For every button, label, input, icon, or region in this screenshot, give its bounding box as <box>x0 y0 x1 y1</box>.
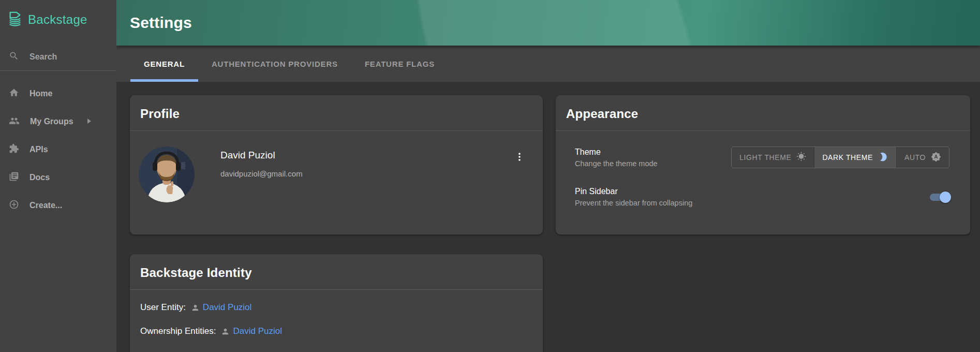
sidebar-search[interactable]: Search <box>0 49 116 65</box>
sidebar-item-apis[interactable]: APIs <box>0 136 116 164</box>
tab-general[interactable]: GENERAL <box>130 46 198 82</box>
user-entity-label: User Entity: <box>140 302 186 313</box>
sidebar-nav: Home My Groups APIs Docs <box>0 80 116 219</box>
theme-setting-row: Theme Change the theme mode LIGHT THEME … <box>575 146 949 168</box>
sidebar-divider <box>0 70 116 71</box>
identity-card-title: Backstage Identity <box>140 266 252 280</box>
dark-theme-button[interactable]: DARK THEME <box>814 147 896 168</box>
theme-description: Change the theme mode <box>575 159 658 168</box>
theme-label: Theme <box>575 148 658 157</box>
user-entity-link[interactable]: David Puziol <box>191 302 252 313</box>
chevron-right-icon <box>86 117 92 126</box>
settings-tabbar: GENERAL AUTHENTICATION PROVIDERS FEATURE… <box>116 46 980 82</box>
theme-toggle-group: LIGHT THEME DARK THEME AUT <box>731 146 949 168</box>
pin-sidebar-description: Prevent the sidebar from collapsing <box>575 199 692 207</box>
logo-wordmark: Backstage <box>28 12 87 27</box>
sidebar-item-home[interactable]: Home <box>0 80 116 108</box>
profile-card-header: Profile <box>130 95 543 131</box>
profile-more-button[interactable] <box>508 146 531 169</box>
appearance-card: Appearance Theme Change the theme mode L… <box>556 95 970 234</box>
ownership-entity-link[interactable]: David Puziol <box>221 326 282 336</box>
light-theme-button[interactable]: LIGHT THEME <box>732 147 814 168</box>
auto-theme-button[interactable]: AUTO <box>896 147 949 168</box>
sidebar-item-create[interactable]: Create... <box>0 192 116 219</box>
auto-theme-icon <box>931 152 941 164</box>
moon-icon <box>878 152 888 164</box>
theme-setting-text: Theme Change the theme mode <box>575 148 658 168</box>
toggle-thumb <box>940 192 951 203</box>
sidebar-item-my-groups[interactable]: My Groups <box>0 108 116 136</box>
home-icon <box>9 87 19 100</box>
profile-name: David Puziol <box>220 150 303 161</box>
sidebar: Backstage Search Home My Groups <box>0 0 116 352</box>
extension-icon <box>9 143 19 156</box>
search-icon <box>9 51 19 63</box>
backstage-logo[interactable]: Backstage <box>7 10 87 29</box>
tab-feature-flags[interactable]: FEATURE FLAGS <box>351 46 448 82</box>
ownership-entities-row: Ownership Entities: David Puziol <box>140 326 532 336</box>
person-icon <box>191 303 200 312</box>
sidebar-item-docs[interactable]: Docs <box>0 164 116 192</box>
identity-card-body: User Entity: David Puziol Ownership Enti… <box>130 290 543 336</box>
docs-icon <box>9 171 19 184</box>
more-vert-icon <box>514 151 525 164</box>
profile-card: Profile <box>130 95 543 234</box>
ownership-entities-label: Ownership Entities: <box>140 326 216 336</box>
add-circle-icon <box>9 199 19 212</box>
profile-info: David Puziol davidpuziol@gmail.com <box>220 146 303 178</box>
person-icon <box>221 327 230 336</box>
page-header: Settings <box>116 0 980 46</box>
pin-sidebar-label: Pin Sidebar <box>575 187 692 196</box>
main-area: Settings GENERAL AUTHENTICATION PROVIDER… <box>116 0 980 352</box>
backstage-logo-icon <box>7 10 23 29</box>
appearance-card-body: Theme Change the theme mode LIGHT THEME … <box>556 131 970 207</box>
pin-sidebar-toggle[interactable] <box>930 193 949 201</box>
page-title: Settings <box>130 14 192 32</box>
appearance-card-title: Appearance <box>566 107 638 121</box>
user-entity-row: User Entity: David Puziol <box>140 302 532 313</box>
tab-authentication-providers[interactable]: AUTHENTICATION PROVIDERS <box>198 46 351 82</box>
profile-card-title: Profile <box>140 107 180 121</box>
profile-card-body: David Puziol davidpuziol@gmail.com <box>130 131 543 202</box>
backstage-identity-card: Backstage Identity User Entity: David Pu… <box>130 254 543 352</box>
settings-content: Profile <box>116 82 980 352</box>
search-label: Search <box>29 52 57 62</box>
pin-sidebar-text: Pin Sidebar Prevent the sidebar from col… <box>575 187 692 207</box>
appearance-card-header: Appearance <box>556 95 970 131</box>
identity-card-header: Backstage Identity <box>130 254 543 290</box>
group-icon <box>9 115 20 128</box>
profile-email: davidpuziol@gmail.com <box>220 169 303 178</box>
avatar <box>139 146 195 202</box>
pin-sidebar-setting-row: Pin Sidebar Prevent the sidebar from col… <box>575 187 949 207</box>
sun-icon <box>796 152 806 163</box>
